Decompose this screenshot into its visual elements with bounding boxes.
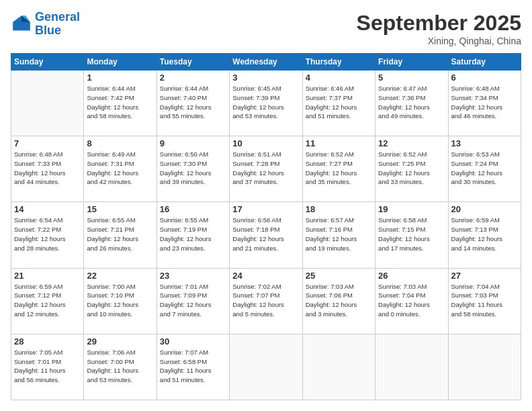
page: General Blue September 2025 Xining, Qing… <box>0 0 532 411</box>
calendar-cell: 12Sunrise: 6:52 AMSunset: 7:25 PMDayligh… <box>375 136 448 202</box>
day-info: Sunrise: 6:55 AMSunset: 7:21 PMDaylight:… <box>87 216 153 253</box>
weekday-header-friday: Friday <box>375 54 448 71</box>
day-number: 24 <box>232 271 299 281</box>
day-number: 12 <box>378 138 445 148</box>
day-info: Sunrise: 6:56 AMSunset: 7:18 PMDaylight:… <box>232 216 299 253</box>
day-number: 20 <box>451 204 518 214</box>
calendar-cell <box>448 334 521 400</box>
day-info: Sunrise: 6:44 AMSunset: 7:40 PMDaylight:… <box>160 84 226 121</box>
day-number: 11 <box>306 138 372 148</box>
calendar-cell: 10Sunrise: 6:51 AMSunset: 7:28 PMDayligh… <box>230 136 302 202</box>
calendar-cell: 23Sunrise: 7:01 AMSunset: 7:09 PMDayligh… <box>157 268 229 334</box>
calendar-cell: 9Sunrise: 6:50 AMSunset: 7:30 PMDaylight… <box>157 136 229 202</box>
day-number: 14 <box>14 204 81 214</box>
logo-text: General Blue <box>35 11 80 38</box>
calendar-cell: 27Sunrise: 7:04 AMSunset: 7:03 PMDayligh… <box>448 268 521 334</box>
day-info: Sunrise: 6:58 AMSunset: 7:15 PMDaylight:… <box>378 216 445 253</box>
calendar-cell: 2Sunrise: 6:44 AMSunset: 7:40 PMDaylight… <box>157 71 229 136</box>
day-number: 19 <box>378 204 445 214</box>
calendar-cell: 13Sunrise: 6:53 AMSunset: 7:24 PMDayligh… <box>448 136 521 202</box>
calendar-cell: 5Sunrise: 6:47 AMSunset: 7:36 PMDaylight… <box>375 71 448 136</box>
calendar-cell: 8Sunrise: 6:49 AMSunset: 7:31 PMDaylight… <box>84 136 157 202</box>
weekday-header-sunday: Sunday <box>11 54 84 71</box>
day-info: Sunrise: 7:02 AMSunset: 7:07 PMDaylight:… <box>232 282 299 319</box>
day-number: 25 <box>306 271 372 281</box>
day-number: 4 <box>306 73 372 83</box>
day-info: Sunrise: 6:44 AMSunset: 7:42 PMDaylight:… <box>87 84 153 121</box>
calendar-cell: 3Sunrise: 6:45 AMSunset: 7:39 PMDaylight… <box>230 71 302 136</box>
day-number: 8 <box>87 138 153 148</box>
calendar-cell <box>230 334 302 400</box>
day-number: 2 <box>160 73 226 83</box>
day-info: Sunrise: 7:05 AMSunset: 7:01 PMDaylight:… <box>14 348 81 385</box>
day-info: Sunrise: 6:48 AMSunset: 7:33 PMDaylight:… <box>14 150 81 187</box>
calendar-cell: 29Sunrise: 7:06 AMSunset: 7:00 PMDayligh… <box>84 334 157 400</box>
calendar-cell: 1Sunrise: 6:44 AMSunset: 7:42 PMDaylight… <box>84 71 157 136</box>
weekday-header-saturday: Saturday <box>448 54 521 71</box>
day-number: 27 <box>451 271 518 281</box>
week-row-1: 1Sunrise: 6:44 AMSunset: 7:42 PMDaylight… <box>11 71 521 136</box>
day-info: Sunrise: 7:04 AMSunset: 7:03 PMDaylight:… <box>451 282 518 319</box>
day-info: Sunrise: 6:57 AMSunset: 7:16 PMDaylight:… <box>306 216 372 253</box>
calendar-cell: 15Sunrise: 6:55 AMSunset: 7:21 PMDayligh… <box>84 202 157 268</box>
day-info: Sunrise: 6:52 AMSunset: 7:27 PMDaylight:… <box>306 150 372 187</box>
day-number: 10 <box>232 138 299 148</box>
logo: General Blue <box>11 11 80 38</box>
day-number: 26 <box>378 271 445 281</box>
day-number: 7 <box>14 138 81 148</box>
day-info: Sunrise: 6:46 AMSunset: 7:37 PMDaylight:… <box>306 84 372 121</box>
header: General Blue September 2025 Xining, Qing… <box>11 11 521 46</box>
calendar-cell: 30Sunrise: 7:07 AMSunset: 6:58 PMDayligh… <box>157 334 229 400</box>
week-row-5: 28Sunrise: 7:05 AMSunset: 7:01 PMDayligh… <box>11 334 521 400</box>
day-info: Sunrise: 6:48 AMSunset: 7:34 PMDaylight:… <box>451 84 518 121</box>
day-info: Sunrise: 6:55 AMSunset: 7:19 PMDaylight:… <box>160 216 226 253</box>
calendar-cell: 20Sunrise: 6:59 AMSunset: 7:13 PMDayligh… <box>448 202 521 268</box>
week-row-4: 21Sunrise: 6:59 AMSunset: 7:12 PMDayligh… <box>11 268 521 334</box>
location: Xining, Qinghai, China <box>357 36 521 46</box>
weekday-header-row: SundayMondayTuesdayWednesdayThursdayFrid… <box>11 54 521 71</box>
logo-blue: Blue <box>35 24 61 37</box>
day-number: 22 <box>87 271 153 281</box>
day-info: Sunrise: 7:03 AMSunset: 7:04 PMDaylight:… <box>378 282 445 319</box>
week-row-2: 7Sunrise: 6:48 AMSunset: 7:33 PMDaylight… <box>11 136 521 202</box>
day-info: Sunrise: 7:06 AMSunset: 7:00 PMDaylight:… <box>87 348 153 385</box>
day-number: 29 <box>87 336 153 347</box>
day-number: 5 <box>378 73 445 83</box>
day-number: 1 <box>87 73 153 83</box>
weekday-header-wednesday: Wednesday <box>230 54 302 71</box>
calendar-cell: 28Sunrise: 7:05 AMSunset: 7:01 PMDayligh… <box>11 334 84 400</box>
calendar: SundayMondayTuesdayWednesdayThursdayFrid… <box>11 53 521 400</box>
day-number: 17 <box>232 204 299 214</box>
day-number: 13 <box>451 138 518 148</box>
day-info: Sunrise: 6:49 AMSunset: 7:31 PMDaylight:… <box>87 150 153 187</box>
day-number: 28 <box>14 336 81 347</box>
calendar-cell: 11Sunrise: 6:52 AMSunset: 7:27 PMDayligh… <box>302 136 375 202</box>
weekday-header-tuesday: Tuesday <box>157 54 229 71</box>
day-number: 16 <box>160 204 226 214</box>
calendar-cell <box>302 334 375 400</box>
week-row-3: 14Sunrise: 6:54 AMSunset: 7:22 PMDayligh… <box>11 202 521 268</box>
calendar-cell: 26Sunrise: 7:03 AMSunset: 7:04 PMDayligh… <box>375 268 448 334</box>
day-info: Sunrise: 7:00 AMSunset: 7:10 PMDaylight:… <box>87 282 153 319</box>
calendar-cell: 21Sunrise: 6:59 AMSunset: 7:12 PMDayligh… <box>11 268 84 334</box>
day-number: 21 <box>14 271 81 281</box>
day-info: Sunrise: 6:52 AMSunset: 7:25 PMDaylight:… <box>378 150 445 187</box>
calendar-cell: 14Sunrise: 6:54 AMSunset: 7:22 PMDayligh… <box>11 202 84 268</box>
calendar-cell: 17Sunrise: 6:56 AMSunset: 7:18 PMDayligh… <box>230 202 302 268</box>
day-info: Sunrise: 6:45 AMSunset: 7:39 PMDaylight:… <box>232 84 299 121</box>
calendar-cell: 6Sunrise: 6:48 AMSunset: 7:34 PMDaylight… <box>448 71 521 136</box>
calendar-cell <box>11 71 84 136</box>
calendar-cell: 16Sunrise: 6:55 AMSunset: 7:19 PMDayligh… <box>157 202 229 268</box>
day-info: Sunrise: 6:54 AMSunset: 7:22 PMDaylight:… <box>14 216 81 253</box>
day-info: Sunrise: 7:07 AMSunset: 6:58 PMDaylight:… <box>160 348 226 385</box>
calendar-cell: 25Sunrise: 7:03 AMSunset: 7:06 PMDayligh… <box>302 268 375 334</box>
day-number: 30 <box>160 336 226 347</box>
day-info: Sunrise: 6:59 AMSunset: 7:13 PMDaylight:… <box>451 216 518 253</box>
weekday-header-thursday: Thursday <box>302 54 375 71</box>
weekday-header-monday: Monday <box>84 54 157 71</box>
calendar-cell: 24Sunrise: 7:02 AMSunset: 7:07 PMDayligh… <box>230 268 302 334</box>
day-info: Sunrise: 6:53 AMSunset: 7:24 PMDaylight:… <box>451 150 518 187</box>
day-number: 9 <box>160 138 226 148</box>
day-info: Sunrise: 7:03 AMSunset: 7:06 PMDaylight:… <box>306 282 372 319</box>
calendar-cell: 19Sunrise: 6:58 AMSunset: 7:15 PMDayligh… <box>375 202 448 268</box>
